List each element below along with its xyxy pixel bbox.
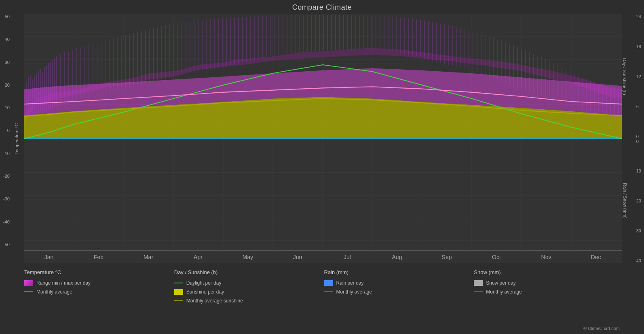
legend-temperature: Temperature °C Range min / max per day M…	[24, 269, 170, 330]
tick-50-top: 50	[5, 14, 10, 19]
svg-text:Feb: Feb	[94, 253, 103, 260]
tick-40: 40	[5, 37, 10, 42]
legend-daylight-line	[174, 283, 183, 283]
legend-sunshine-avg: Monthly average sunshine	[174, 298, 320, 304]
legend-rain: Rain (mm) Rain per day Monthly average	[324, 269, 470, 330]
svg-text:Apr: Apr	[194, 253, 203, 260]
svg-text:Jul: Jul	[344, 253, 351, 260]
legend-rain-swatch	[324, 280, 333, 286]
tick-minus50: -50	[3, 242, 10, 247]
svg-text:May: May	[243, 253, 253, 260]
svg-text:Mar: Mar	[144, 253, 153, 260]
page-title: Compare Climate	[0, 0, 644, 12]
tick-0: 0	[7, 128, 10, 133]
legend-temp-range-swatch	[24, 280, 33, 286]
svg-text:Jan: Jan	[44, 253, 54, 260]
tick-minus40: -40	[3, 219, 10, 224]
svg-text:Nov: Nov	[541, 253, 552, 260]
copyright: © ClimeChart.com	[583, 326, 620, 331]
legend-sun-swatch	[174, 289, 183, 295]
svg-text:Oct: Oct	[492, 253, 501, 260]
svg-text:Aug: Aug	[392, 253, 402, 260]
legend-snow: Snow (mm) Snow per day Monthly average	[474, 269, 620, 330]
legend-sunshine: Day / Sunshine (h) Daylight per day Suns…	[174, 269, 320, 330]
y-axis-right-label-top: Day / Sunshine (h)	[622, 58, 627, 95]
svg-text:Jun: Jun	[293, 253, 302, 260]
svg-text:Sep: Sep	[442, 253, 452, 260]
legend-sun-title: Day / Sunshine (h)	[174, 269, 320, 275]
tick-10: 10	[5, 105, 10, 110]
legend-rain-title: Rain (mm)	[324, 269, 470, 275]
legend-temp-range: Range min / max per day	[24, 280, 170, 286]
y-axis-right-label-bottom: Rain / Snow (mm)	[623, 183, 627, 219]
legend-snow-swatch	[474, 280, 483, 286]
legend-rain-avg: Monthly average	[324, 289, 470, 295]
legend-area: Temperature °C Range min / max per day M…	[0, 263, 644, 334]
svg-text:Dec: Dec	[591, 253, 601, 260]
legend-rain-per-day: Rain per day	[324, 280, 470, 286]
chart-svg: Jan Feb Mar Apr May Jun Jul Aug Sep Oct …	[24, 14, 622, 263]
legend-snow-per-day: Snow per day	[474, 280, 620, 286]
y-axis-right-bottom: 0 10 20 30 40	[636, 139, 641, 264]
legend-snow-avg-line	[474, 291, 483, 292]
legend-sun-avg-line	[174, 300, 183, 301]
y-axis-right-top: 24 18 12 6 0	[636, 14, 641, 139]
tick-minus10: -10	[3, 151, 10, 156]
legend-rain-avg-line	[324, 291, 333, 292]
legend-daylight: Daylight per day	[174, 280, 320, 286]
y-axis-left: 50 40 30 20 10 0 -10 -20 -30 -40 -50	[3, 14, 10, 247]
legend-sunshine-swatch: Sunshine per day	[174, 289, 320, 295]
tick-minus20: -20	[3, 174, 10, 179]
legend-temp-title: Temperature °C	[24, 269, 170, 275]
y-axis-left-label: Temperature °C	[14, 123, 19, 154]
tick-30: 30	[5, 60, 10, 65]
tick-minus30: -30	[3, 196, 10, 201]
legend-temp-avg: Monthly average	[24, 289, 170, 295]
tick-20: 20	[5, 83, 10, 87]
legend-snow-title: Snow (mm)	[474, 269, 620, 275]
chart-area: 50 40 30 20 10 0 -10 -20 -30 -40 -50 Tem…	[24, 14, 622, 263]
legend-snow-avg: Monthly average	[474, 289, 620, 295]
page-wrapper: Compare Climate Laayoune Laayoune ClimeC…	[0, 0, 644, 334]
legend-temp-avg-line	[24, 291, 33, 292]
